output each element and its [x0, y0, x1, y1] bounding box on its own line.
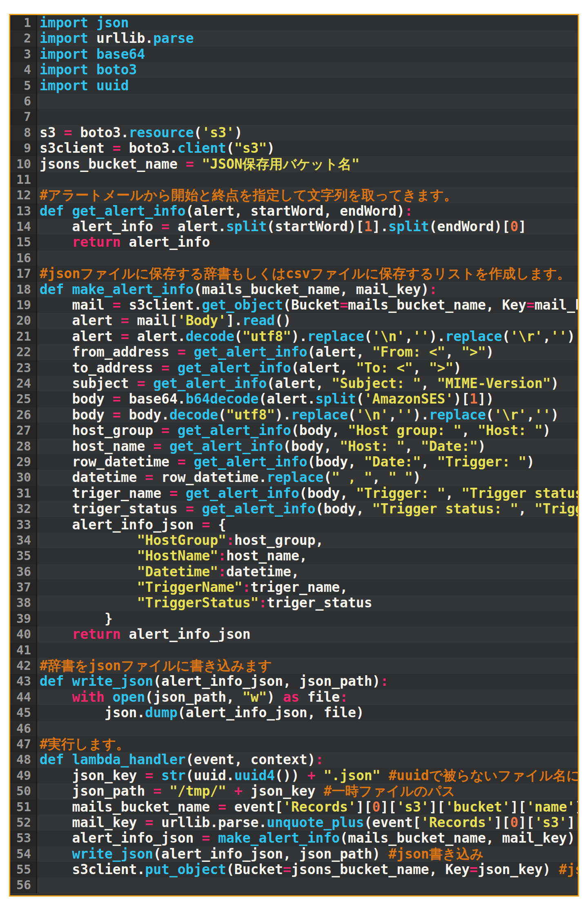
token-y: "HostName" — [137, 548, 218, 564]
token-w: ][ — [518, 815, 535, 830]
line-number: 22 — [10, 344, 37, 360]
token-w: from_address — [40, 344, 178, 360]
token-y: "Date:" — [421, 439, 478, 454]
token-w — [186, 454, 194, 470]
token-p: : — [258, 595, 267, 611]
code-text: return alert_info — [37, 234, 578, 250]
code-text: triger_name = get_alert_info(body, "Trig… — [37, 486, 578, 501]
token-c: get_alert_info — [178, 423, 291, 438]
token-o: #一時ファイルのパス — [323, 783, 455, 799]
token-w: host_group, — [234, 533, 324, 548]
token-w: , — [461, 423, 478, 438]
code-text: import urllib.parse — [37, 31, 578, 46]
token-w: ). — [429, 329, 445, 344]
token-c: parse — [153, 31, 194, 46]
token-y: '\r' — [510, 329, 542, 344]
token-w: , — [421, 454, 437, 470]
token-c: def — [40, 674, 64, 689]
code-line: 48def lambda_handler(event, context): — [10, 752, 578, 767]
token-w — [64, 674, 72, 689]
line-number: 3 — [10, 47, 37, 62]
token-w: alert_info_json — [40, 830, 202, 846]
token-w — [88, 62, 96, 78]
token-w — [210, 830, 218, 846]
token-w: (alert, startWord, endWord) — [186, 203, 405, 219]
token-p: with — [72, 689, 104, 705]
token-w — [40, 846, 72, 862]
code-text: "TriggerStatus":triger_status — [37, 595, 578, 611]
code-text: } — [37, 611, 578, 627]
line-number: 4 — [10, 62, 37, 78]
token-w: boto3. — [121, 141, 178, 156]
token-w: (alert_info_json, json_path) — [153, 846, 388, 862]
code-line: 38 "TriggerStatus":triger_status — [10, 595, 578, 611]
token-p: = — [218, 799, 226, 815]
code-text: json_path = "/tmp/" + json_key #一時ファイルのパ… — [37, 783, 578, 799]
code-line: 16 — [10, 250, 578, 266]
token-p: = — [161, 360, 169, 376]
token-y: "JSON保存用バケット名" — [202, 156, 359, 172]
line-number: 49 — [10, 768, 37, 783]
token-w: ) — [551, 407, 559, 423]
token-p: = — [137, 376, 145, 391]
code-editor[interactable]: 1import json2import urllib.parse3import … — [9, 14, 579, 897]
code-text — [37, 172, 578, 187]
code-line: 49 json_key = str(uuid.uuid4()) + ".json… — [10, 768, 578, 783]
token-w: ( — [356, 391, 364, 407]
line-number: 23 — [10, 360, 37, 376]
code-line: 14 alert_info = alert.split(startWord)[1… — [10, 219, 578, 234]
code-line: 6 — [10, 94, 578, 109]
line-number: 2 — [10, 31, 37, 46]
token-w: ( — [348, 407, 356, 423]
token-w: datetime — [40, 470, 145, 485]
token-w: (body, — [307, 454, 364, 470]
token-w: body — [40, 407, 113, 423]
token-y: "From: <" — [372, 344, 445, 360]
token-y: "MIME-Version" — [437, 376, 551, 391]
token-w: (alert, — [291, 360, 356, 376]
token-y: "s3" — [234, 141, 267, 156]
token-w: , — [405, 439, 421, 454]
token-p: = — [178, 454, 186, 470]
line-number: 55 — [10, 862, 37, 877]
token-y: "TriggerName" — [137, 580, 242, 595]
token-w: ()) — [275, 768, 307, 783]
token-c: get_object — [202, 297, 283, 313]
token-y: "Host group: " — [348, 423, 461, 438]
token-c: split — [226, 219, 267, 234]
token-w: json_path — [40, 783, 153, 799]
code-line: 56 — [10, 877, 578, 893]
line-number: 16 — [10, 250, 37, 266]
token-w: json. — [40, 705, 145, 721]
code-text: #アラートメールから開始と終点を指定して文字列を取ってきます。 — [37, 187, 578, 203]
token-w — [145, 376, 153, 391]
token-c: get_alert_info — [194, 454, 307, 470]
token-p: = — [161, 423, 169, 438]
token-p: : — [405, 203, 413, 219]
token-p: = — [202, 830, 210, 846]
token-w: triger_name, — [251, 580, 348, 595]
token-w: ) — [526, 454, 535, 470]
token-w: ) — [486, 344, 494, 360]
code-text: write_json(alert_info_json, json_path) #… — [37, 846, 578, 862]
token-w: mail_key) — [535, 297, 578, 313]
token-c: get_alert_info — [202, 501, 315, 517]
token-w: alert. — [129, 329, 186, 344]
code-line: 53 alert_info_json = make_alert_info(mai… — [10, 830, 578, 846]
token-w: mail — [40, 297, 113, 313]
line-number: 44 — [10, 689, 37, 705]
token-w: (endWord)[ — [429, 219, 510, 234]
token-y: "To: <" — [356, 360, 413, 376]
token-w: ( — [218, 407, 226, 423]
code-line: 5import uuid — [10, 78, 578, 94]
token-w: ][ — [429, 799, 445, 815]
code-line: 3import base64 — [10, 47, 578, 62]
token-w: (mails_bucket_name, mail_key) — [340, 830, 575, 846]
line-number: 34 — [10, 533, 37, 548]
token-c: get_alert_info — [153, 376, 267, 391]
code-text: s3client = boto3.client("s3") — [37, 141, 578, 156]
code-text: row_datetime = get_alert_info(body, "Dat… — [37, 454, 578, 470]
token-y: "Datetime" — [137, 564, 218, 580]
token-w — [40, 595, 137, 611]
code-text — [37, 250, 578, 266]
